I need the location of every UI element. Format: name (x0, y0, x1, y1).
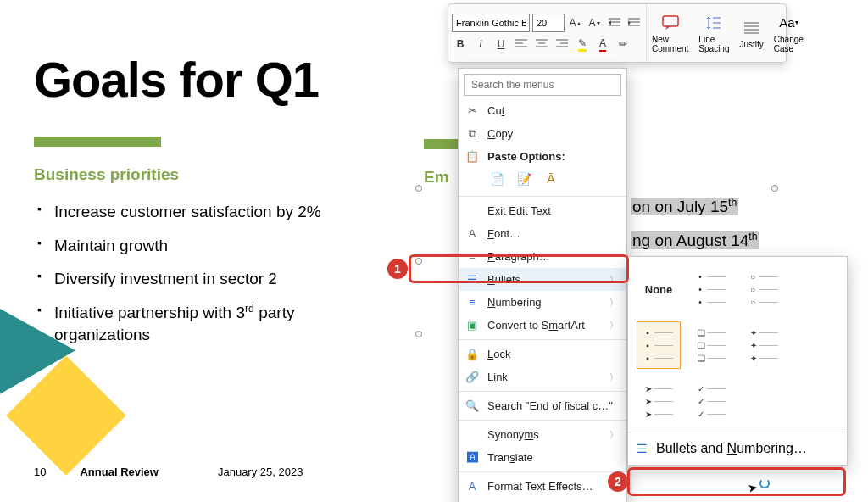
subhead-business-priorities: Business priorities (34, 165, 373, 184)
callout-badge-1: 1 (387, 259, 408, 279)
bullets-and-numbering-button[interactable]: ☰ Bullets and Numbering… (632, 436, 843, 461)
justify-icon (742, 18, 762, 38)
menu-search-selection[interactable]: 🔍Search "End of fiscal c…" (459, 394, 626, 417)
bullet-option-hollow-square[interactable]: ❑ ❑ ❑ (689, 321, 733, 369)
text-effects-icon: A (464, 480, 481, 493)
list-item: Diversify investment in sector 2 (34, 268, 373, 290)
menu-lock[interactable]: 🔒Lock (459, 343, 626, 365)
bullet-option-filled-square[interactable]: ▪ ▪ ▪ (637, 321, 681, 369)
align-left-icon[interactable] (513, 36, 530, 53)
bullets-submenu: None • • • ○ ○ ○ ▪ ▪ ▪ ❑ ❑ ❑ ✦ ✦ ✦ ➤ (627, 256, 848, 466)
increase-font-icon[interactable]: A▲ (567, 14, 584, 31)
bullet-option-none[interactable]: None (637, 265, 681, 313)
menu-paste-options-label: 📋Paste Options: (459, 145, 626, 168)
menu-font[interactable]: AFont… (459, 222, 626, 245)
font-family-select[interactable] (452, 14, 530, 32)
paste-keep-source-icon[interactable]: 📄 (487, 170, 506, 188)
menu-numbering[interactable]: ≡Numbering〉 (459, 291, 626, 314)
line-spacing-icon (704, 13, 724, 33)
menu-convert-smartart[interactable]: ▣Convert to SmartArt〉 (459, 314, 626, 337)
context-menu: ✂Cut ⧉Copy 📋Paste Options: 📄 📝 Ā Exit Ed… (458, 68, 627, 502)
menu-exit-edit-text[interactable]: Exit Edit Text (459, 199, 626, 222)
chevron-right-icon: 〉 (609, 274, 618, 286)
line-spacing-button[interactable]: Line Spacing (693, 4, 734, 62)
menu-format-shape[interactable]: ◆Format Shape… (459, 498, 626, 502)
paste-icon: 📋 (464, 150, 481, 163)
font-icon: A (464, 227, 481, 240)
chevron-right-icon: 〉 (609, 429, 618, 441)
increase-indent-icon[interactable] (626, 14, 643, 31)
change-case-button[interactable]: Aa▾ Change Case (769, 4, 809, 62)
highlight-color-icon[interactable]: ✎ (574, 36, 591, 53)
footer-date: January 25, 2023 (218, 466, 303, 478)
bold-button[interactable]: B (452, 36, 469, 53)
bullets-and-numbering-label: Bullets and Numbering… (656, 441, 807, 456)
mini-toolbar: A▲ A▼ B I U ✎ A ✏ New Comment Line Spaci… (448, 3, 787, 63)
translate-icon: 🅰 (464, 451, 481, 464)
bullet-option-filled-round[interactable]: • • • (689, 265, 733, 313)
align-right-icon[interactable] (554, 36, 570, 53)
title-underline (34, 137, 161, 147)
menu-synonyms[interactable]: Synonyms〉 (459, 423, 626, 446)
paragraph-icon: ≡ (464, 250, 481, 263)
menu-copy[interactable]: ⧉Copy (459, 122, 626, 145)
chevron-right-icon: 〉 (609, 297, 618, 309)
numbering-icon: ≡ (464, 296, 481, 309)
loading-spinner-icon (760, 478, 770, 488)
svg-rect-0 (663, 16, 678, 26)
list-item: Increase customer satisfaction by 2% (34, 201, 373, 223)
slide-footer: 10 Annual Review January 25, 2023 (34, 466, 303, 478)
menu-translate[interactable]: 🅰Translate (459, 446, 626, 469)
page-number: 10 (34, 466, 46, 478)
chevron-right-icon: 〉 (609, 320, 618, 332)
font-size-select[interactable] (532, 14, 565, 32)
underline-button[interactable]: U (492, 36, 509, 53)
paste-text-only-icon[interactable]: Ā (542, 170, 560, 188)
menu-search-input[interactable] (464, 74, 621, 96)
decrease-font-icon[interactable]: A▼ (587, 14, 604, 31)
footer-label: Annual Review (80, 466, 158, 478)
italic-button[interactable]: I (472, 36, 489, 53)
list-item: Initiative partnership with 3rd party or… (34, 302, 373, 346)
change-case-icon: Aa▾ (778, 13, 798, 33)
menu-cut[interactable]: ✂Cut (459, 99, 626, 122)
callout-badge-2: 2 (608, 471, 628, 492)
chevron-right-icon: 〉 (609, 371, 618, 383)
bullets-icon: ☰ (464, 273, 481, 286)
search-icon: 🔍 (464, 399, 481, 412)
menu-paragraph[interactable]: ≡Paragraph… (459, 245, 626, 268)
align-center-icon[interactable] (533, 36, 550, 53)
bullet-option-hollow-round[interactable]: ○ ○ ○ (742, 265, 786, 313)
lock-icon: 🔒 (464, 348, 481, 360)
bullets-list-icon: ☰ (637, 442, 648, 455)
bullet-list-left: Increase customer satisfaction by 2% Mai… (34, 201, 373, 346)
menu-link[interactable]: 🔗Link〉 (459, 365, 626, 388)
cut-icon: ✂ (464, 104, 481, 117)
right-text-frag-1: on on July 15th (631, 197, 738, 216)
copy-icon: ⧉ (464, 127, 481, 141)
paste-merge-icon[interactable]: 📝 (515, 170, 533, 188)
bullet-option-arrow[interactable]: ➤ ➤ ➤ (637, 377, 681, 425)
comment-icon (660, 13, 681, 33)
mouse-cursor-icon: ➤ (747, 480, 760, 495)
format-painter-icon[interactable]: ✏ (615, 36, 632, 53)
link-icon: 🔗 (464, 371, 481, 383)
font-color-icon[interactable]: A (594, 36, 611, 53)
menu-bullets[interactable]: ☰Bullets〉 (459, 268, 626, 291)
decrease-indent-icon[interactable] (606, 14, 623, 31)
right-text-frag-2: ng on August 14th (631, 231, 760, 250)
menu-format-text-effects[interactable]: AFormat Text Effects… (459, 475, 626, 498)
list-item: Maintain growth (34, 235, 373, 257)
bullet-option-check[interactable]: ✓ ✓ ✓ (689, 377, 733, 425)
new-comment-button[interactable]: New Comment (647, 4, 693, 62)
bullet-option-star[interactable]: ✦ ✦ ✦ (742, 321, 786, 369)
smartart-icon: ▣ (464, 319, 481, 332)
justify-button[interactable]: Justify (734, 4, 768, 62)
